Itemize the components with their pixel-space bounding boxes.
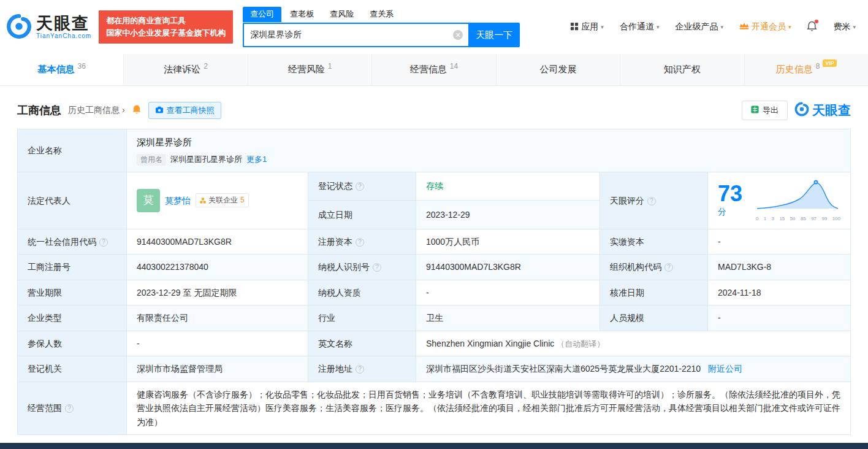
search-tab-boss[interactable]: 查老板 [283,7,321,22]
industry-value: 卫生 [416,305,600,331]
nav-open-vip[interactable]: 开通会员 ▾ [739,21,791,33]
search-tabs: 查公司 查老板 查风险 查关系 [243,7,520,23]
score-curve-chart: 0131550859799100 [756,178,840,223]
help-icon[interactable]: ? [647,197,656,205]
help-icon[interactable]: ? [99,238,108,247]
reg-authority-value: 深圳市市场监督管理局 [127,356,308,382]
vip-badge: VIP [823,59,837,67]
watermark-label: 天眼查 [812,102,851,119]
help-icon[interactable]: ? [356,182,364,191]
business-info-section-head: 工商信息 历史工商信息 › 查看工商快照 导出 天眼查 [17,101,851,120]
company-type-value: 有限责任公司 [127,305,308,331]
paid-capital-label: 实缴资本 [600,229,708,254]
legal-rep-name-link[interactable]: 莫梦怡 [165,194,191,207]
business-scope-label: 经营范围? [18,382,127,434]
search-tab-relation[interactable]: 查关系 [362,7,401,22]
company-name-label: 企业名称 [18,129,127,172]
table-row: 企业名称 深圳星界诊所 曾用名 深圳星面孔星界诊所 更多1 [18,129,851,172]
related-companies-label: 关联企业 [208,194,238,206]
industry-label: 行业 [308,305,416,331]
taxpayer-quality-value: - [416,280,600,305]
company-tab-bar: 基本信息 36 法律诉讼 2 经营风险 1 经营信息 14 公司发展 知识产权 … [0,54,868,86]
table-row: 统一社会信用代码? 91440300MAD7L3KG8R 注册资本? 1000万… [18,229,851,254]
chevron-down-icon: ▾ [720,24,723,30]
reg-number-value: 440300221378040 [127,255,308,280]
export-button[interactable]: 导出 [742,101,788,120]
help-icon[interactable]: ? [356,238,364,247]
table-row: 工商注册号 440300221378040 纳税人识别号? 91440300MA… [18,255,851,280]
establish-date-label: 成立日期 [308,201,416,229]
chevron-down-icon: ▾ [601,24,604,30]
business-term-label: 营业期限 [18,280,127,305]
score-label: 天眼评分? [600,172,708,229]
tab-label: 公司发展 [539,64,576,75]
tab-history-info[interactable]: 历史信息 8 VIP [744,54,868,85]
search-input[interactable] [250,30,450,40]
nav-partner[interactable]: 合作通道 ▾ [620,21,660,33]
nav-user[interactable]: 费米 ▾ [833,21,856,33]
tab-count: 8 [816,62,820,71]
history-business-info-link[interactable]: 历史工商信息 › [68,105,125,116]
notification-bell-icon[interactable] [807,21,817,34]
legal-rep-avatar[interactable]: 莫 [137,189,160,212]
nearby-companies-link[interactable]: 附近公司 [708,364,742,374]
notification-red-dot [815,20,818,23]
tab-company-development[interactable]: 公司发展 [496,54,620,85]
search-button[interactable]: 天眼一下 [468,23,520,47]
nav-partner-label: 合作通道 [620,21,654,33]
tab-label: 法律诉讼 [164,64,200,75]
table-row: 登记机关 深圳市市场监督管理局 注册地址? 深圳市福田区沙头街道天安社区深南大道… [18,356,851,382]
camera-icon [155,106,164,115]
export-button-label: 导出 [763,105,779,116]
alert-bell-icon[interactable] [132,104,142,117]
chevron-down-icon: ▾ [788,24,791,30]
clear-search-icon[interactable]: ✕ [453,30,463,40]
approval-date-value: 2024-11-18 [708,280,851,305]
tianyancha-logo[interactable]: 天眼查 TianYanCha.com [6,13,91,41]
reg-address-value: 深圳市福田区沙头街道天安社区深南大道6025号英龙展业大厦2201-2210 [426,364,701,374]
taxpayer-quality-label: 纳税人资质 [308,280,416,305]
nav-apps[interactable]: 应用 ▾ [570,21,604,33]
tab-label: 知识产权 [664,64,701,75]
search-box: ✕ 天眼一下 [243,23,520,47]
taxpayer-id-label: 纳税人识别号? [308,255,416,280]
nav-enterprise[interactable]: 企业级产品 ▾ [675,21,723,33]
english-name-label: 英文名称 [308,331,416,356]
related-companies-tag[interactable]: 关联企业 5 [196,193,249,207]
business-info-table: 企业名称 深圳星界诊所 曾用名 深圳星面孔星界诊所 更多1 法定代表人 莫 莫梦… [17,129,851,435]
tianyan-score[interactable]: 73分 0131550859799100 [718,178,840,223]
tab-intellectual-property[interactable]: 知识产权 [620,54,744,85]
tianyancha-watermark[interactable]: 天眼查 [794,102,851,120]
former-name: 深圳星面孔星界诊所 [170,153,242,166]
snapshot-button[interactable]: 查看工商快照 [148,102,221,119]
search-area: 查公司 查老板 查风险 查关系 ✕ 天眼一下 [243,7,520,47]
company-name: 深圳星界诊所 [137,135,840,150]
help-icon[interactable]: ? [356,365,364,374]
more-former-names-link[interactable]: 更多1 [246,153,267,166]
tab-label: 基本信息 [38,64,75,75]
insured-value: - [127,331,308,356]
tab-count: 1 [328,62,332,71]
chevron-down-icon: ▾ [853,24,856,30]
search-tab-company[interactable]: 查公司 [243,7,281,22]
tab-label: 经营信息 [410,64,447,75]
establish-date-value: 2023-12-29 [416,201,600,229]
header: 天眼查 TianYanCha.com 都在用的商业查询工具 国家中小企业发展子基… [0,0,868,54]
chevron-down-icon: ▾ [657,24,660,30]
table-row: 参保人数 - 英文名称 Shenzhen Xingmian Xingjie Cl… [18,331,851,356]
english-name-value: Shenzhen Xingmian Xingjie Clinic [426,339,554,348]
snapshot-button-label: 查看工商快照 [167,105,215,116]
tianyancha-swirl-icon [6,13,32,41]
help-icon[interactable]: ? [664,263,673,272]
search-tab-risk[interactable]: 查风险 [322,7,361,22]
related-companies-count: 5 [240,194,245,206]
tab-legal-litigation[interactable]: 法律诉讼 2 [123,54,247,85]
promo-banner: 都在用的商业查询工具 国家中小企业发展子基金旗下机构 [99,10,233,44]
apps-grid-icon [570,22,579,33]
tab-operation-info[interactable]: 经营信息 14 [371,54,495,85]
tab-operation-risk[interactable]: 经营风险 1 [248,54,371,85]
help-icon[interactable]: ? [373,263,381,272]
help-icon[interactable]: ? [65,404,74,413]
paid-capital-value: - [708,229,851,254]
tab-basic-info[interactable]: 基本信息 36 [0,54,123,85]
